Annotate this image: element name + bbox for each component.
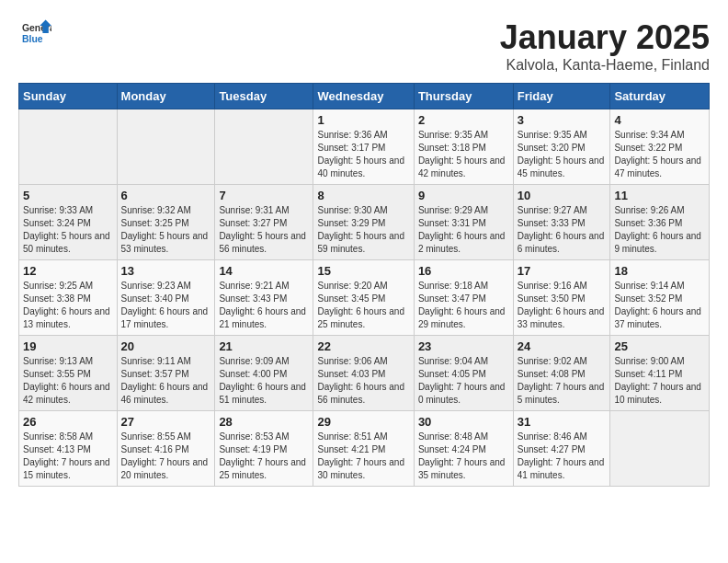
day-info: Sunrise: 9:31 AM Sunset: 3:27 PM Dayligh… xyxy=(219,204,309,256)
day-number: 9 xyxy=(418,189,509,202)
day-number: 6 xyxy=(121,189,211,202)
calendar-week-row: 5Sunrise: 9:33 AM Sunset: 3:24 PM Daylig… xyxy=(19,185,710,260)
weekday-header-wednesday: Wednesday xyxy=(313,84,414,109)
calendar-cell xyxy=(117,109,215,185)
day-number: 10 xyxy=(518,189,607,202)
day-number: 8 xyxy=(317,189,409,202)
calendar-cell: 21Sunrise: 9:09 AM Sunset: 4:00 PM Dayli… xyxy=(215,336,313,411)
day-info: Sunrise: 9:21 AM Sunset: 3:43 PM Dayligh… xyxy=(219,280,309,331)
calendar-cell: 5Sunrise: 9:33 AM Sunset: 3:24 PM Daylig… xyxy=(19,185,118,260)
calendar-cell: 1Sunrise: 9:36 AM Sunset: 3:17 PM Daylig… xyxy=(313,109,414,185)
calendar-subtitle: Kalvola, Kanta-Haeme, Finland xyxy=(500,57,710,74)
calendar-cell: 29Sunrise: 8:51 AM Sunset: 4:21 PM Dayli… xyxy=(313,411,414,487)
day-info: Sunrise: 8:58 AM Sunset: 4:13 PM Dayligh… xyxy=(23,431,113,482)
calendar-cell: 8Sunrise: 9:30 AM Sunset: 3:29 PM Daylig… xyxy=(313,185,414,260)
day-info: Sunrise: 9:36 AM Sunset: 3:17 PM Dayligh… xyxy=(317,129,409,180)
weekday-header-thursday: Thursday xyxy=(414,84,513,109)
calendar-cell xyxy=(215,109,313,185)
day-info: Sunrise: 9:30 AM Sunset: 3:29 PM Dayligh… xyxy=(317,204,409,256)
day-number: 29 xyxy=(317,415,409,429)
day-number: 23 xyxy=(418,339,509,353)
calendar-cell: 17Sunrise: 9:16 AM Sunset: 3:50 PM Dayli… xyxy=(513,260,610,336)
title-block: January 2025 Kalvola, Kanta-Haeme, Finla… xyxy=(500,18,710,74)
day-number: 22 xyxy=(317,339,409,353)
day-info: Sunrise: 8:53 AM Sunset: 4:19 PM Dayligh… xyxy=(219,431,309,482)
day-info: Sunrise: 9:18 AM Sunset: 3:47 PM Dayligh… xyxy=(418,280,509,331)
calendar-cell: 19Sunrise: 9:13 AM Sunset: 3:55 PM Dayli… xyxy=(19,336,118,411)
day-number: 16 xyxy=(418,264,509,278)
day-info: Sunrise: 9:33 AM Sunset: 3:24 PM Dayligh… xyxy=(23,204,113,256)
calendar-cell: 27Sunrise: 8:55 AM Sunset: 4:16 PM Dayli… xyxy=(117,411,215,487)
calendar-cell xyxy=(610,411,710,487)
day-info: Sunrise: 9:02 AM Sunset: 4:08 PM Dayligh… xyxy=(518,355,607,407)
day-info: Sunrise: 9:23 AM Sunset: 3:40 PM Dayligh… xyxy=(121,280,211,331)
calendar-cell: 2Sunrise: 9:35 AM Sunset: 3:18 PM Daylig… xyxy=(414,109,513,185)
day-number: 4 xyxy=(614,113,705,127)
day-info: Sunrise: 9:14 AM Sunset: 3:52 PM Dayligh… xyxy=(614,280,705,331)
calendar-cell: 11Sunrise: 9:26 AM Sunset: 3:36 PM Dayli… xyxy=(610,185,710,260)
weekday-header-saturday: Saturday xyxy=(610,84,710,109)
day-number: 24 xyxy=(518,339,607,353)
calendar-week-row: 26Sunrise: 8:58 AM Sunset: 4:13 PM Dayli… xyxy=(19,411,710,487)
day-info: Sunrise: 9:35 AM Sunset: 3:18 PM Dayligh… xyxy=(418,129,509,180)
day-number: 12 xyxy=(23,264,113,278)
calendar-cell: 20Sunrise: 9:11 AM Sunset: 3:57 PM Dayli… xyxy=(117,336,215,411)
day-info: Sunrise: 9:04 AM Sunset: 4:05 PM Dayligh… xyxy=(418,355,509,407)
day-number: 13 xyxy=(121,264,211,278)
day-info: Sunrise: 9:35 AM Sunset: 3:20 PM Dayligh… xyxy=(518,129,607,180)
calendar-cell: 25Sunrise: 9:00 AM Sunset: 4:11 PM Dayli… xyxy=(610,336,710,411)
day-info: Sunrise: 9:34 AM Sunset: 3:22 PM Dayligh… xyxy=(614,129,705,180)
day-number: 20 xyxy=(121,339,211,353)
weekday-header-tuesday: Tuesday xyxy=(215,84,313,109)
calendar-cell: 31Sunrise: 8:46 AM Sunset: 4:27 PM Dayli… xyxy=(513,411,610,487)
day-number: 30 xyxy=(418,415,509,429)
day-info: Sunrise: 9:11 AM Sunset: 3:57 PM Dayligh… xyxy=(121,355,211,407)
calendar-cell: 14Sunrise: 9:21 AM Sunset: 3:43 PM Dayli… xyxy=(215,260,313,336)
day-number: 26 xyxy=(23,415,113,429)
day-number: 18 xyxy=(614,264,705,278)
svg-text:Blue: Blue xyxy=(22,34,43,44)
calendar-cell: 16Sunrise: 9:18 AM Sunset: 3:47 PM Dayli… xyxy=(414,260,513,336)
calendar-cell: 10Sunrise: 9:27 AM Sunset: 3:33 PM Dayli… xyxy=(513,185,610,260)
day-number: 17 xyxy=(518,264,607,278)
day-info: Sunrise: 9:09 AM Sunset: 4:00 PM Dayligh… xyxy=(219,355,309,407)
weekday-header-sunday: Sunday xyxy=(19,84,118,109)
day-info: Sunrise: 8:48 AM Sunset: 4:24 PM Dayligh… xyxy=(418,431,509,482)
day-number: 21 xyxy=(219,339,309,353)
day-number: 25 xyxy=(614,339,705,353)
day-number: 2 xyxy=(418,113,509,127)
weekday-header-friday: Friday xyxy=(513,84,610,109)
day-number: 3 xyxy=(518,113,607,127)
calendar-week-row: 12Sunrise: 9:25 AM Sunset: 3:38 PM Dayli… xyxy=(19,260,710,336)
calendar-week-row: 1Sunrise: 9:36 AM Sunset: 3:17 PM Daylig… xyxy=(19,109,710,185)
day-info: Sunrise: 8:55 AM Sunset: 4:16 PM Dayligh… xyxy=(121,431,211,482)
day-info: Sunrise: 9:26 AM Sunset: 3:36 PM Dayligh… xyxy=(614,204,705,256)
day-info: Sunrise: 9:32 AM Sunset: 3:25 PM Dayligh… xyxy=(121,204,211,256)
day-info: Sunrise: 9:06 AM Sunset: 4:03 PM Dayligh… xyxy=(317,355,409,407)
calendar-cell: 6Sunrise: 9:32 AM Sunset: 3:25 PM Daylig… xyxy=(117,185,215,260)
page-header: General Blue January 2025 Kalvola, Kanta… xyxy=(18,18,710,74)
calendar-cell xyxy=(19,109,118,185)
calendar-cell: 7Sunrise: 9:31 AM Sunset: 3:27 PM Daylig… xyxy=(215,185,313,260)
day-info: Sunrise: 9:25 AM Sunset: 3:38 PM Dayligh… xyxy=(23,280,113,331)
day-number: 14 xyxy=(219,264,309,278)
day-number: 31 xyxy=(518,415,607,429)
day-info: Sunrise: 8:46 AM Sunset: 4:27 PM Dayligh… xyxy=(518,431,607,482)
day-number: 19 xyxy=(23,339,113,353)
day-info: Sunrise: 9:29 AM Sunset: 3:31 PM Dayligh… xyxy=(418,204,509,256)
day-number: 27 xyxy=(121,415,211,429)
day-number: 7 xyxy=(219,189,309,202)
calendar-cell: 4Sunrise: 9:34 AM Sunset: 3:22 PM Daylig… xyxy=(610,109,710,185)
day-info: Sunrise: 9:00 AM Sunset: 4:11 PM Dayligh… xyxy=(614,355,705,407)
day-info: Sunrise: 9:27 AM Sunset: 3:33 PM Dayligh… xyxy=(518,204,607,256)
calendar-cell: 28Sunrise: 8:53 AM Sunset: 4:19 PM Dayli… xyxy=(215,411,313,487)
day-number: 11 xyxy=(614,189,705,202)
day-info: Sunrise: 9:13 AM Sunset: 3:55 PM Dayligh… xyxy=(23,355,113,407)
calendar-cell: 30Sunrise: 8:48 AM Sunset: 4:24 PM Dayli… xyxy=(414,411,513,487)
calendar-cell: 22Sunrise: 9:06 AM Sunset: 4:03 PM Dayli… xyxy=(313,336,414,411)
day-info: Sunrise: 9:16 AM Sunset: 3:50 PM Dayligh… xyxy=(518,280,607,331)
day-number: 15 xyxy=(317,264,409,278)
logo: General Blue xyxy=(18,18,51,48)
day-number: 28 xyxy=(219,415,309,429)
calendar-cell: 13Sunrise: 9:23 AM Sunset: 3:40 PM Dayli… xyxy=(117,260,215,336)
